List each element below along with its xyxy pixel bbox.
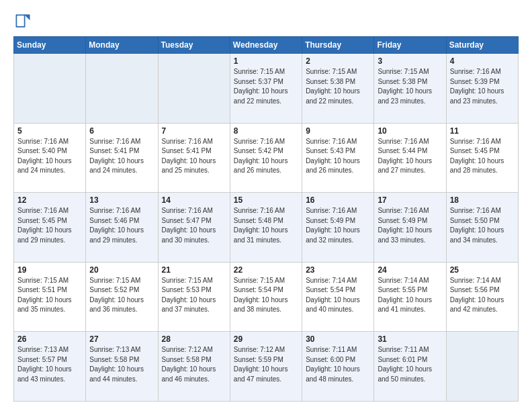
day-number: 27	[89, 334, 154, 344]
day-number: 7	[162, 126, 226, 136]
day-info: Sunrise: 7:16 AM Sunset: 5:45 PM Dayligh…	[17, 206, 82, 245]
calendar-cell	[14, 54, 86, 124]
day-number: 28	[162, 334, 226, 344]
day-info: Sunrise: 7:16 AM Sunset: 5:47 PM Dayligh…	[162, 206, 226, 245]
calendar-cell: 7Sunrise: 7:16 AM Sunset: 5:41 PM Daylig…	[158, 123, 230, 193]
day-number: 2	[306, 56, 370, 66]
day-number: 26	[17, 334, 82, 344]
week-row-3: 12Sunrise: 7:16 AM Sunset: 5:45 PM Dayli…	[14, 193, 519, 263]
day-number: 16	[306, 195, 370, 205]
day-info: Sunrise: 7:15 AM Sunset: 5:51 PM Dayligh…	[17, 276, 82, 315]
calendar-cell: 20Sunrise: 7:15 AM Sunset: 5:52 PM Dayli…	[86, 262, 158, 332]
day-info: Sunrise: 7:14 AM Sunset: 5:54 PM Dayligh…	[306, 276, 370, 315]
calendar-cell: 5Sunrise: 7:16 AM Sunset: 5:40 PM Daylig…	[14, 123, 86, 193]
weekday-tuesday: Tuesday	[158, 37, 230, 54]
calendar-table: SundayMondayTuesdayWednesdayThursdayFrid…	[13, 36, 519, 402]
calendar-cell	[86, 54, 158, 124]
calendar-cell: 21Sunrise: 7:15 AM Sunset: 5:53 PM Dayli…	[158, 262, 230, 332]
weekday-thursday: Thursday	[302, 37, 374, 54]
day-number: 13	[89, 195, 154, 205]
day-number: 21	[162, 265, 226, 275]
day-number: 12	[17, 195, 82, 205]
day-info: Sunrise: 7:13 AM Sunset: 5:58 PM Dayligh…	[89, 345, 154, 384]
week-row-2: 5Sunrise: 7:16 AM Sunset: 5:40 PM Daylig…	[14, 123, 519, 193]
day-number: 25	[450, 265, 515, 275]
day-info: Sunrise: 7:14 AM Sunset: 5:55 PM Dayligh…	[378, 276, 442, 315]
calendar-cell: 24Sunrise: 7:14 AM Sunset: 5:55 PM Dayli…	[374, 262, 446, 332]
logo-icon	[13, 12, 32, 31]
day-number: 15	[234, 195, 298, 205]
calendar-cell: 8Sunrise: 7:16 AM Sunset: 5:42 PM Daylig…	[230, 123, 302, 193]
day-info: Sunrise: 7:16 AM Sunset: 5:41 PM Dayligh…	[89, 137, 154, 176]
day-info: Sunrise: 7:15 AM Sunset: 5:38 PM Dayligh…	[378, 67, 442, 106]
day-info: Sunrise: 7:16 AM Sunset: 5:50 PM Dayligh…	[450, 206, 515, 245]
day-info: Sunrise: 7:12 AM Sunset: 5:58 PM Dayligh…	[162, 345, 226, 384]
day-number: 24	[378, 265, 442, 275]
calendar-cell	[158, 54, 230, 124]
page: SundayMondayTuesdayWednesdayThursdayFrid…	[0, 0, 532, 411]
day-info: Sunrise: 7:15 AM Sunset: 5:37 PM Dayligh…	[234, 67, 298, 106]
day-number: 10	[378, 126, 442, 136]
day-number: 20	[89, 265, 154, 275]
day-number: 22	[234, 265, 298, 275]
day-info: Sunrise: 7:11 AM Sunset: 6:01 PM Dayligh…	[378, 345, 442, 384]
day-number: 14	[162, 195, 226, 205]
day-number: 1	[234, 56, 298, 66]
calendar-cell: 31Sunrise: 7:11 AM Sunset: 6:01 PM Dayli…	[374, 332, 446, 402]
day-number: 17	[378, 195, 442, 205]
calendar-cell: 15Sunrise: 7:16 AM Sunset: 5:48 PM Dayli…	[230, 193, 302, 263]
day-info: Sunrise: 7:15 AM Sunset: 5:52 PM Dayligh…	[89, 276, 154, 315]
day-info: Sunrise: 7:15 AM Sunset: 5:38 PM Dayligh…	[306, 67, 370, 106]
calendar-cell: 30Sunrise: 7:11 AM Sunset: 6:00 PM Dayli…	[302, 332, 374, 402]
day-info: Sunrise: 7:16 AM Sunset: 5:49 PM Dayligh…	[378, 206, 442, 245]
day-info: Sunrise: 7:13 AM Sunset: 5:57 PM Dayligh…	[17, 345, 82, 384]
day-info: Sunrise: 7:16 AM Sunset: 5:43 PM Dayligh…	[306, 137, 370, 176]
week-row-5: 26Sunrise: 7:13 AM Sunset: 5:57 PM Dayli…	[14, 332, 519, 402]
day-number: 23	[306, 265, 370, 275]
day-number: 9	[306, 126, 370, 136]
header	[13, 12, 519, 31]
weekday-monday: Monday	[86, 37, 158, 54]
calendar-cell: 25Sunrise: 7:14 AM Sunset: 5:56 PM Dayli…	[446, 262, 518, 332]
week-row-1: 1Sunrise: 7:15 AM Sunset: 5:37 PM Daylig…	[14, 54, 519, 124]
calendar-cell: 23Sunrise: 7:14 AM Sunset: 5:54 PM Dayli…	[302, 262, 374, 332]
calendar-cell: 17Sunrise: 7:16 AM Sunset: 5:49 PM Dayli…	[374, 193, 446, 263]
weekday-friday: Friday	[374, 37, 446, 54]
calendar-cell: 19Sunrise: 7:15 AM Sunset: 5:51 PM Dayli…	[14, 262, 86, 332]
weekday-header-row: SundayMondayTuesdayWednesdayThursdayFrid…	[14, 37, 519, 54]
day-info: Sunrise: 7:16 AM Sunset: 5:40 PM Dayligh…	[17, 137, 82, 176]
day-info: Sunrise: 7:16 AM Sunset: 5:46 PM Dayligh…	[89, 206, 154, 245]
day-number: 5	[17, 126, 82, 136]
day-info: Sunrise: 7:15 AM Sunset: 5:53 PM Dayligh…	[162, 276, 226, 315]
day-number: 18	[450, 195, 515, 205]
day-info: Sunrise: 7:16 AM Sunset: 5:42 PM Dayligh…	[234, 137, 298, 176]
calendar-cell: 22Sunrise: 7:15 AM Sunset: 5:54 PM Dayli…	[230, 262, 302, 332]
day-number: 8	[234, 126, 298, 136]
calendar-cell: 1Sunrise: 7:15 AM Sunset: 5:37 PM Daylig…	[230, 54, 302, 124]
day-number: 11	[450, 126, 515, 136]
weekday-saturday: Saturday	[446, 37, 518, 54]
day-info: Sunrise: 7:16 AM Sunset: 5:49 PM Dayligh…	[306, 206, 370, 245]
calendar-cell: 6Sunrise: 7:16 AM Sunset: 5:41 PM Daylig…	[86, 123, 158, 193]
day-info: Sunrise: 7:16 AM Sunset: 5:48 PM Dayligh…	[234, 206, 298, 245]
day-info: Sunrise: 7:15 AM Sunset: 5:54 PM Dayligh…	[234, 276, 298, 315]
calendar-cell: 28Sunrise: 7:12 AM Sunset: 5:58 PM Dayli…	[158, 332, 230, 402]
calendar-cell: 2Sunrise: 7:15 AM Sunset: 5:38 PM Daylig…	[302, 54, 374, 124]
weekday-sunday: Sunday	[14, 37, 86, 54]
day-info: Sunrise: 7:12 AM Sunset: 5:59 PM Dayligh…	[234, 345, 298, 384]
day-info: Sunrise: 7:16 AM Sunset: 5:39 PM Dayligh…	[450, 67, 515, 106]
day-info: Sunrise: 7:14 AM Sunset: 5:56 PM Dayligh…	[450, 276, 515, 315]
calendar-cell: 16Sunrise: 7:16 AM Sunset: 5:49 PM Dayli…	[302, 193, 374, 263]
calendar-cell: 12Sunrise: 7:16 AM Sunset: 5:45 PM Dayli…	[14, 193, 86, 263]
calendar-cell: 11Sunrise: 7:16 AM Sunset: 5:45 PM Dayli…	[446, 123, 518, 193]
weekday-wednesday: Wednesday	[230, 37, 302, 54]
day-info: Sunrise: 7:16 AM Sunset: 5:44 PM Dayligh…	[378, 137, 442, 176]
day-info: Sunrise: 7:16 AM Sunset: 5:45 PM Dayligh…	[450, 137, 515, 176]
calendar-cell: 9Sunrise: 7:16 AM Sunset: 5:43 PM Daylig…	[302, 123, 374, 193]
svg-rect-2	[17, 15, 24, 26]
calendar-cell: 4Sunrise: 7:16 AM Sunset: 5:39 PM Daylig…	[446, 54, 518, 124]
day-number: 6	[89, 126, 154, 136]
calendar-cell: 18Sunrise: 7:16 AM Sunset: 5:50 PM Dayli…	[446, 193, 518, 263]
logo	[13, 12, 35, 31]
day-number: 30	[306, 334, 370, 344]
